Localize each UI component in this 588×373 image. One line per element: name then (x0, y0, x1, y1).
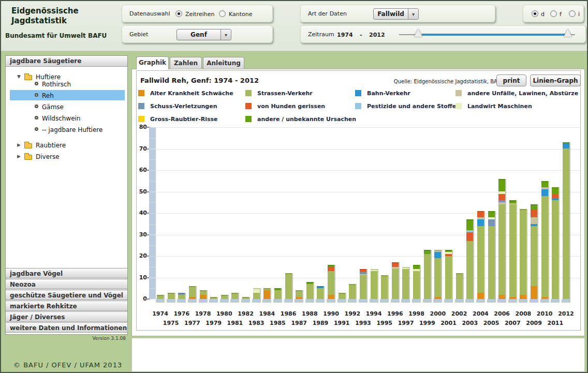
bar-1990[interactable] (328, 265, 334, 299)
bar-segment-2000-bahn[interactable] (434, 252, 441, 258)
bar-segment-1981-strassen[interactable] (231, 293, 238, 299)
bar-1977[interactable] (189, 286, 196, 299)
zeitreihen-radio[interactable] (175, 10, 182, 17)
sidebar-section-jagdbare-v-gel[interactable]: jagdbare Vögel (6, 268, 127, 278)
bar-segment-2004-strassen[interactable] (477, 226, 484, 293)
bar-segment-2007-alter[interactable] (509, 297, 516, 299)
bar-1988[interactable] (306, 282, 313, 299)
tree-item-wildschwein[interactable]: Wildschwein (6, 113, 127, 124)
bar-1997[interactable] (402, 267, 409, 299)
bar-2001[interactable] (445, 250, 452, 299)
bar-segment-2011-andere[interactable] (552, 187, 558, 193)
bar-1975[interactable] (168, 293, 174, 299)
zeitraum-slider-handle-left[interactable] (414, 29, 422, 37)
bar-segment-2009-andere[interactable] (531, 204, 537, 210)
bar-segment-2001-strassen[interactable] (445, 256, 452, 299)
bar-segment-2005-andere[interactable] (488, 211, 495, 217)
bar-segment-2009-hunde[interactable] (531, 210, 537, 218)
tree-folder-label[interactable]: Raubtiere (36, 142, 66, 149)
bar-1984[interactable] (263, 288, 270, 299)
bar-segment-1998-strassen[interactable] (413, 271, 420, 299)
bar-segment-1996-hunde[interactable] (392, 262, 399, 266)
bar-segment-1996-strassen[interactable] (392, 269, 399, 299)
bar-segment-1985-strassen[interactable] (274, 290, 281, 299)
bar-segment-2003-andere[interactable] (466, 219, 473, 230)
bar-segment-1989-strassen[interactable] (317, 288, 324, 299)
language-d-radio[interactable] (532, 10, 538, 17)
print-button[interactable]: print (496, 74, 526, 86)
bar-1989[interactable] (317, 286, 324, 299)
bar-segment-1983-strassen[interactable] (253, 293, 260, 299)
bar-1985[interactable] (274, 288, 281, 299)
bar-1980[interactable] (221, 295, 228, 299)
bar-1987[interactable] (296, 290, 302, 299)
bar-1981[interactable] (231, 293, 238, 299)
sidebar-section-markierte-rehkitze[interactable]: markierte Rehkitze (6, 301, 127, 311)
bar-segment-1980-strassen[interactable] (221, 295, 228, 299)
zeitraum-slider-handle-right[interactable] (564, 29, 572, 37)
bar-segment-1976-strassen[interactable] (178, 295, 185, 299)
bar-2011[interactable] (552, 187, 558, 299)
bar-segment-2003-hunde[interactable] (466, 232, 473, 241)
bar-segment-1979-strassen[interactable] (210, 297, 217, 299)
language-i-radio[interactable] (569, 10, 576, 17)
bar-segment-1990-strassen[interactable] (328, 271, 334, 295)
tree-folder-raubtiere[interactable]: ▶Raubtiere (6, 140, 127, 151)
bar-segment-1993-strassen[interactable] (360, 275, 366, 299)
bar-segment-2005-strassen[interactable] (488, 226, 495, 299)
bar-segment-1984-alter[interactable] (263, 290, 270, 299)
bar-segment-1994-strassen[interactable] (371, 271, 377, 299)
expand-icon[interactable]: ▶ (17, 154, 21, 159)
bar-2002[interactable] (456, 273, 463, 299)
bar-segment-1988-strassen[interactable] (306, 284, 313, 299)
bar-segment-1995-strassen[interactable] (381, 275, 388, 299)
bar-segment-1991-strassen[interactable] (339, 293, 345, 299)
bar-2007[interactable] (509, 200, 516, 299)
bar-segment-2004-alter[interactable] (477, 293, 484, 299)
tree-item--jagdbare-huftiere[interactable]: -- jagdbare Huftiere (6, 124, 127, 136)
sidebar-section-gesch-tze-s-ugetiere-und-v-gel[interactable]: geschütze Säugetiere und Vögel (6, 290, 127, 300)
bar-segment-2010-bahn[interactable] (541, 189, 548, 196)
bar-segment-2009-unfaelle[interactable] (531, 217, 537, 223)
zeitreihen-radio-label[interactable]: Zeitreihen (185, 11, 215, 18)
bar-1986[interactable] (285, 273, 292, 299)
bar-segment-2004-hunde[interactable] (477, 211, 484, 217)
bar-segment-2012-andere[interactable] (563, 142, 569, 143)
bar-segment-2008-alter[interactable] (520, 295, 526, 299)
bar-2000[interactable] (434, 250, 441, 299)
bar-segment-2010-strassen[interactable] (541, 196, 548, 297)
kantone-radio-label[interactable]: Kantone (229, 11, 253, 18)
tree-folder-label[interactable]: Diverse (36, 153, 60, 160)
gebiet-select[interactable]: Genf ▾ (177, 29, 231, 40)
bar-segment-2006-hunde[interactable] (498, 194, 505, 200)
bar-2004[interactable] (477, 211, 484, 299)
tree-item-label[interactable]: Gämse (42, 103, 64, 111)
bar-1979[interactable] (210, 297, 217, 299)
bar-1974[interactable] (157, 295, 164, 299)
bar-segment-1977-alter[interactable] (189, 297, 196, 299)
tree-item-label[interactable]: -- jagdbare Huftiere (42, 126, 102, 133)
bar-segment-1997-strassen[interactable] (402, 269, 409, 299)
bar-segment-2004-bahn[interactable] (477, 219, 484, 226)
bar-1996[interactable] (392, 262, 399, 299)
kantone-radio[interactable] (219, 10, 226, 17)
bar-segment-1987-alter[interactable] (296, 297, 302, 299)
bar-1982[interactable] (242, 297, 249, 299)
bar-segment-1986-strassen[interactable] (285, 273, 292, 299)
bar-2005[interactable] (488, 211, 495, 299)
bar-2003[interactable] (466, 219, 473, 299)
bar-segment-2006-strassen[interactable] (498, 204, 505, 294)
bar-1993[interactable] (360, 269, 366, 299)
bar-segment-2000-strassen[interactable] (434, 258, 441, 297)
bar-segment-2008-strassen[interactable] (520, 209, 526, 295)
bar-segment-2009-strassen[interactable] (531, 226, 537, 286)
tab-anleitung[interactable]: Anleitung (203, 57, 244, 69)
bar-1983[interactable] (253, 288, 260, 299)
bar-segment-2005-schuss[interactable] (488, 219, 495, 226)
tree-item-label[interactable]: Wildschwein (42, 115, 80, 122)
bar-2008[interactable] (520, 209, 526, 299)
bar-segment-1982-strassen[interactable] (242, 297, 249, 299)
language-i-label[interactable]: i (578, 11, 580, 18)
bar-1995[interactable] (381, 275, 388, 299)
expand-icon[interactable]: ▶ (17, 142, 21, 147)
